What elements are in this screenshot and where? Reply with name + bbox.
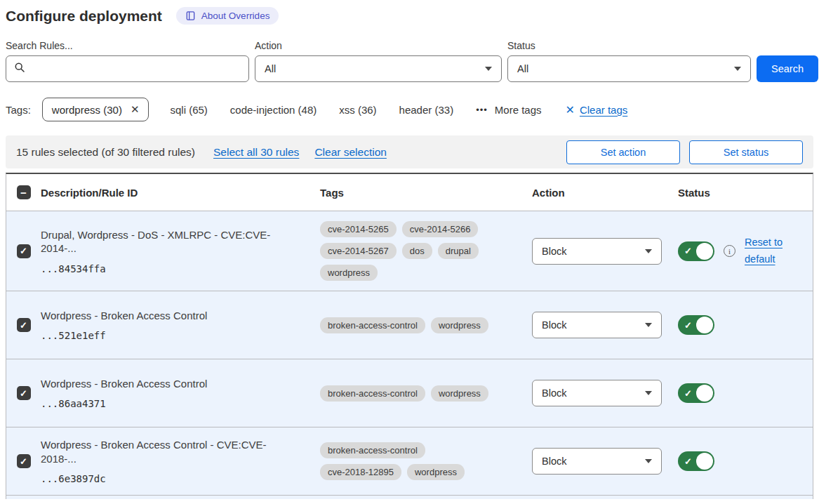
search-button[interactable]: Search	[757, 55, 818, 82]
about-overrides-link[interactable]: About Overrides	[176, 7, 279, 25]
clear-tags-label: Clear tags	[580, 104, 627, 116]
tag-option[interactable]: xss (36)	[339, 104, 376, 116]
active-tag-wordpress[interactable]: wordpress (30) ✕	[42, 98, 149, 121]
row-checkbox[interactable]: ✓	[17, 318, 31, 332]
row-checkbox[interactable]: ✓	[17, 454, 31, 468]
tag-pill: broken-access-control	[320, 317, 425, 333]
info-icon[interactable]: i	[724, 245, 735, 257]
select-all-checkbox[interactable]: −	[17, 185, 31, 199]
status-toggle[interactable]: ✓	[678, 315, 714, 335]
about-overrides-label: About Overrides	[201, 11, 270, 21]
action-filter-select[interactable]: All	[255, 55, 502, 82]
tag-pill: cve-2014-5267	[320, 243, 397, 259]
table-row: ✓ Wordpress - Broken Access Control ...8…	[6, 359, 813, 427]
search-rules-label: Search Rules...	[6, 40, 249, 51]
chevron-down-icon	[645, 459, 652, 463]
action-filter: Action All	[255, 40, 502, 82]
selection-summary: 15 rules selected (of 30 filtered rules)	[16, 146, 195, 159]
selection-bar: 15 rules selected (of 30 filtered rules)…	[6, 135, 813, 168]
table-row: ✓ Wordpress - Broken Access Control - CV…	[6, 427, 813, 496]
chevron-down-icon	[734, 67, 741, 71]
rules-table: − Description/Rule ID Tags Action Status…	[6, 173, 813, 499]
rule-action-value: Block	[542, 319, 566, 331]
active-tag-label: wordpress (30)	[52, 104, 122, 116]
rule-id: ...86aa4371	[41, 398, 302, 409]
status-label: Status	[507, 40, 751, 51]
rule-tags-cell: broken-access-controlwordpress	[320, 317, 532, 333]
row-tags: broken-access-controlwordpress	[320, 317, 506, 333]
status-toggle[interactable]: ✓	[678, 241, 714, 261]
rule-tags-cell: broken-access-controlcve-2018-12895wordp…	[320, 442, 532, 480]
table-row: ✓ Drupal, Wordpress - DoS - XMLRPC - CVE…	[6, 211, 813, 291]
rule-action-select[interactable]: Block	[532, 448, 662, 475]
status-filter-select[interactable]: All	[507, 55, 751, 82]
rule-action-cell: Block	[532, 312, 678, 338]
column-header-status: Status	[678, 187, 813, 199]
book-icon	[185, 11, 196, 21]
check-icon: ✓	[684, 320, 692, 331]
row-checkbox-cell: ✓	[17, 454, 31, 468]
more-tags-button[interactable]: ••• More tags	[476, 104, 541, 116]
header-checkbox-cell: −	[17, 185, 31, 199]
rule-action-cell: Block	[532, 448, 678, 475]
row-checkbox-cell: ✓	[17, 386, 31, 400]
rule-action-value: Block	[542, 456, 566, 467]
rule-action-select[interactable]: Block	[532, 312, 662, 338]
chevron-down-icon	[645, 323, 652, 327]
tag-pill: wordpress	[407, 464, 465, 480]
tag-pill: wordpress	[431, 385, 488, 402]
set-status-button[interactable]: Set status	[689, 140, 803, 164]
row-checkbox[interactable]: ✓	[17, 386, 31, 400]
clear-selection-link[interactable]: Clear selection	[314, 146, 387, 159]
toggle-knob	[696, 243, 713, 260]
rule-action-select[interactable]: Block	[532, 238, 662, 265]
remove-tag-icon[interactable]: ✕	[131, 103, 140, 116]
action-label: Action	[255, 40, 502, 51]
tag-option[interactable]: sqli (65)	[170, 104, 207, 116]
toggle-knob	[696, 385, 713, 402]
table-header: − Description/Rule ID Tags Action Status	[6, 174, 813, 211]
tag-pill: wordpress	[431, 317, 488, 333]
configure-deployment-page: Configure deployment About Overrides Sea…	[0, 0, 819, 499]
row-tags: broken-access-controlcve-2018-12895wordp…	[320, 442, 506, 480]
tags-label: Tags:	[6, 104, 31, 116]
rule-description-cell: Drupal, Wordpress - DoS - XMLRPC - CVE:C…	[41, 228, 320, 274]
tag-option[interactable]: code-injection (48)	[230, 104, 317, 116]
status-toggle[interactable]: ✓	[678, 383, 714, 403]
table-body: ✓ Drupal, Wordpress - DoS - XMLRPC - CVE…	[6, 211, 813, 496]
filters-bar: Search Rules... Action All Status	[6, 40, 818, 82]
page-header: Configure deployment About Overrides	[6, 7, 819, 25]
rule-description: Wordpress - Broken Access Control	[41, 377, 302, 391]
tag-options: sqli (65)code-injection (48)xss (36)head…	[170, 104, 453, 116]
column-header-description: Description/Rule ID	[41, 187, 320, 199]
tag-pill: wordpress	[320, 265, 378, 281]
action-filter-value: All	[265, 63, 276, 74]
tag-pill: drupal	[438, 243, 479, 259]
rule-description-cell: Wordpress - Broken Access Control ...521…	[41, 309, 320, 342]
rule-tags-cell: cve-2014-5265cve-2014-5266cve-2014-5267d…	[320, 221, 532, 281]
close-icon: ✕	[566, 103, 575, 117]
column-header-action: Action	[532, 187, 678, 199]
chevron-down-icon	[645, 391, 652, 395]
select-all-link[interactable]: Select all 30 rules	[213, 146, 299, 159]
rule-action-value: Block	[542, 387, 566, 399]
tag-pill: cve-2014-5266	[402, 221, 479, 237]
search-rules-box	[6, 55, 249, 82]
set-action-button[interactable]: Set action	[566, 140, 680, 164]
tag-pill: broken-access-control	[320, 385, 425, 402]
rule-action-select[interactable]: Block	[532, 380, 662, 406]
reset-to-default-link[interactable]: Reset to default	[745, 234, 790, 267]
tag-option[interactable]: header (33)	[399, 104, 454, 116]
rule-id: ...521e1eff	[41, 330, 302, 341]
rule-description: Drupal, Wordpress - DoS - XMLRPC - CVE:C…	[41, 228, 302, 256]
toggle-knob	[696, 317, 713, 333]
clear-tags-link[interactable]: ✕ Clear tags	[566, 103, 628, 117]
status-toggle[interactable]: ✓	[678, 451, 714, 471]
status-filter: Status All	[507, 40, 751, 82]
row-checkbox-cell: ✓	[17, 244, 31, 258]
ellipsis-icon: •••	[476, 105, 488, 115]
search-rules-input[interactable]	[32, 62, 241, 75]
check-icon: ✓	[684, 456, 692, 467]
tags-bar: Tags: wordpress (30) ✕ sqli (65)code-inj…	[6, 98, 819, 121]
row-checkbox[interactable]: ✓	[17, 244, 31, 258]
